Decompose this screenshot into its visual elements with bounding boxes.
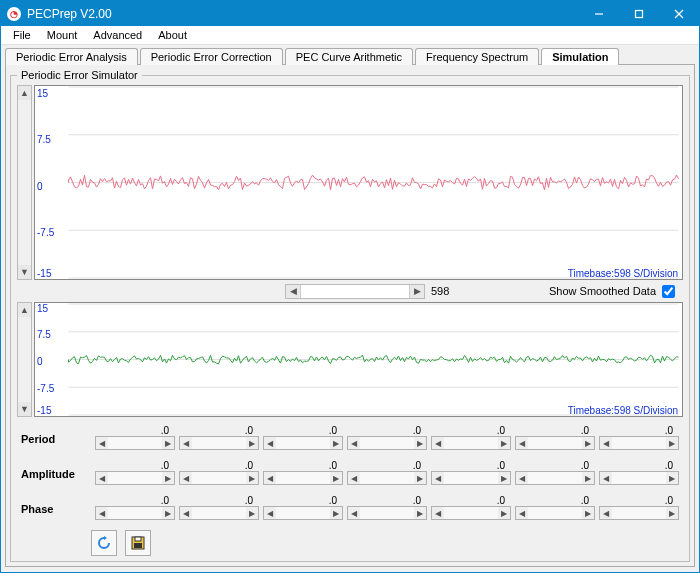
- spinner-track[interactable]: [612, 437, 666, 449]
- spinner-inc-icon[interactable]: ▶: [414, 507, 426, 519]
- spinner-inc-icon[interactable]: ▶: [666, 437, 678, 449]
- spinner-inc-icon[interactable]: ▶: [162, 437, 174, 449]
- spinner-inc-icon[interactable]: ▶: [414, 437, 426, 449]
- spinner-inc-icon[interactable]: ▶: [498, 472, 510, 484]
- spinner-amplitude-3[interactable]: .0◀▶: [347, 460, 427, 485]
- spinner-inc-icon[interactable]: ▶: [330, 472, 342, 484]
- spinner-dec-icon[interactable]: ◀: [432, 472, 444, 484]
- menu-file[interactable]: File: [5, 27, 39, 43]
- spinner-period-2[interactable]: .0◀▶: [263, 425, 343, 450]
- spinner-track[interactable]: [108, 472, 162, 484]
- spinner-dec-icon[interactable]: ◀: [180, 437, 192, 449]
- spinner-amplitude-0[interactable]: .0◀▶: [95, 460, 175, 485]
- spinner-track[interactable]: [192, 437, 246, 449]
- spinner-period-5[interactable]: .0◀▶: [515, 425, 595, 450]
- spinner-inc-icon[interactable]: ▶: [498, 507, 510, 519]
- spinner-amplitude-6[interactable]: .0◀▶: [599, 460, 679, 485]
- spinner-inc-icon[interactable]: ▶: [582, 437, 594, 449]
- maximize-button[interactable]: [619, 1, 659, 26]
- spinner-track[interactable]: [192, 507, 246, 519]
- spinner-track[interactable]: [108, 507, 162, 519]
- spinner-track[interactable]: [444, 437, 498, 449]
- tab-pec-curve-arithmetic[interactable]: PEC Curve Arithmetic: [285, 48, 413, 65]
- spinner-inc-icon[interactable]: ▶: [330, 437, 342, 449]
- spinner-dec-icon[interactable]: ◀: [600, 507, 612, 519]
- spinner-inc-icon[interactable]: ▶: [414, 472, 426, 484]
- spinner-inc-icon[interactable]: ▶: [666, 507, 678, 519]
- spinner-period-4[interactable]: .0◀▶: [431, 425, 511, 450]
- spinner-track[interactable]: [612, 472, 666, 484]
- refresh-button[interactable]: [91, 530, 117, 556]
- menu-mount[interactable]: Mount: [39, 27, 86, 43]
- scroll-up-icon[interactable]: ▲: [18, 86, 31, 100]
- spinner-dec-icon[interactable]: ◀: [348, 472, 360, 484]
- spinner-inc-icon[interactable]: ▶: [330, 507, 342, 519]
- spinner-phase-0[interactable]: .0◀▶: [95, 495, 175, 520]
- spinner-track[interactable]: [360, 507, 414, 519]
- spinner-inc-icon[interactable]: ▶: [666, 472, 678, 484]
- spinner-track[interactable]: [444, 507, 498, 519]
- spinner-inc-icon[interactable]: ▶: [246, 437, 258, 449]
- menu-about[interactable]: About: [150, 27, 195, 43]
- spinner-amplitude-4[interactable]: .0◀▶: [431, 460, 511, 485]
- scroll-right-icon[interactable]: ▶: [410, 285, 424, 298]
- scroll-left-icon[interactable]: ◀: [286, 285, 300, 298]
- scroll-up-icon[interactable]: ▲: [18, 303, 31, 317]
- tab-simulation[interactable]: Simulation: [541, 48, 619, 65]
- spinner-track[interactable]: [360, 472, 414, 484]
- spinner-dec-icon[interactable]: ◀: [264, 437, 276, 449]
- chart2-vscroll[interactable]: ▲ ▼: [17, 302, 32, 417]
- spinner-period-6[interactable]: .0◀▶: [599, 425, 679, 450]
- hscroll-track[interactable]: [300, 285, 410, 298]
- spinner-dec-icon[interactable]: ◀: [264, 472, 276, 484]
- spinner-phase-4[interactable]: .0◀▶: [431, 495, 511, 520]
- spinner-inc-icon[interactable]: ▶: [582, 472, 594, 484]
- spinner-dec-icon[interactable]: ◀: [516, 437, 528, 449]
- spinner-track[interactable]: [444, 472, 498, 484]
- tab-frequency-spectrum[interactable]: Frequency Spectrum: [415, 48, 539, 65]
- spinner-dec-icon[interactable]: ◀: [600, 437, 612, 449]
- spinner-dec-icon[interactable]: ◀: [516, 472, 528, 484]
- spinner-track[interactable]: [276, 472, 330, 484]
- spinner-dec-icon[interactable]: ◀: [264, 507, 276, 519]
- tab-periodic-error-correction[interactable]: Periodic Error Correction: [140, 48, 283, 65]
- spinner-dec-icon[interactable]: ◀: [600, 472, 612, 484]
- spinner-inc-icon[interactable]: ▶: [246, 472, 258, 484]
- spinner-inc-icon[interactable]: ▶: [162, 472, 174, 484]
- chart1-hscroll[interactable]: ◀ ▶: [285, 284, 425, 299]
- spinner-phase-5[interactable]: .0◀▶: [515, 495, 595, 520]
- spinner-track[interactable]: [276, 507, 330, 519]
- spinner-period-3[interactable]: .0◀▶: [347, 425, 427, 450]
- spinner-dec-icon[interactable]: ◀: [96, 507, 108, 519]
- spinner-dec-icon[interactable]: ◀: [516, 507, 528, 519]
- spinner-inc-icon[interactable]: ▶: [162, 507, 174, 519]
- spinner-track[interactable]: [276, 437, 330, 449]
- spinner-track[interactable]: [528, 472, 582, 484]
- spinner-amplitude-1[interactable]: .0◀▶: [179, 460, 259, 485]
- spinner-period-1[interactable]: .0◀▶: [179, 425, 259, 450]
- spinner-track[interactable]: [528, 507, 582, 519]
- spinner-dec-icon[interactable]: ◀: [348, 507, 360, 519]
- spinner-dec-icon[interactable]: ◀: [432, 507, 444, 519]
- spinner-inc-icon[interactable]: ▶: [498, 437, 510, 449]
- spinner-dec-icon[interactable]: ◀: [96, 437, 108, 449]
- close-button[interactable]: [659, 1, 699, 26]
- spinner-dec-icon[interactable]: ◀: [432, 437, 444, 449]
- spinner-phase-2[interactable]: .0◀▶: [263, 495, 343, 520]
- spinner-dec-icon[interactable]: ◀: [180, 507, 192, 519]
- chart1-vscroll[interactable]: ▲ ▼: [17, 85, 32, 280]
- spinner-amplitude-2[interactable]: .0◀▶: [263, 460, 343, 485]
- scroll-down-icon[interactable]: ▼: [18, 402, 31, 416]
- spinner-track[interactable]: [108, 437, 162, 449]
- spinner-dec-icon[interactable]: ◀: [96, 472, 108, 484]
- minimize-button[interactable]: [579, 1, 619, 26]
- spinner-amplitude-5[interactable]: .0◀▶: [515, 460, 595, 485]
- show-smoothed-checkbox[interactable]: [662, 285, 675, 298]
- spinner-phase-1[interactable]: .0◀▶: [179, 495, 259, 520]
- spinner-phase-6[interactable]: .0◀▶: [599, 495, 679, 520]
- spinner-dec-icon[interactable]: ◀: [348, 437, 360, 449]
- scroll-down-icon[interactable]: ▼: [18, 265, 31, 279]
- spinner-phase-3[interactable]: .0◀▶: [347, 495, 427, 520]
- spinner-period-0[interactable]: .0◀▶: [95, 425, 175, 450]
- spinner-inc-icon[interactable]: ▶: [582, 507, 594, 519]
